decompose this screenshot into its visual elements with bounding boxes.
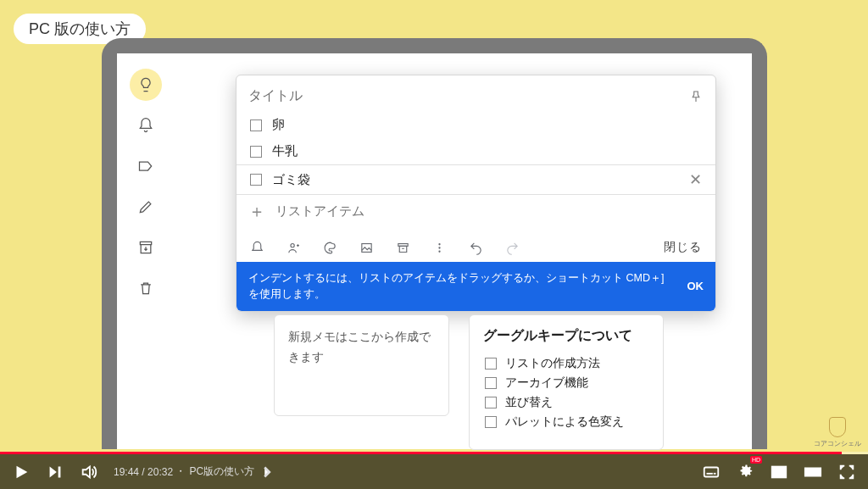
checkbox-icon[interactable] <box>250 174 262 186</box>
list-item: アーカイブ機能 <box>483 373 649 392</box>
bulb-icon <box>137 76 154 93</box>
note-card-title: グーグルキープについて <box>483 327 649 345</box>
subtitles-icon[interactable] <box>702 463 721 481</box>
svg-point-0 <box>291 243 294 247</box>
sidebar-trash[interactable] <box>130 272 162 304</box>
volume-icon[interactable] <box>80 463 98 481</box>
bell-icon <box>137 117 154 134</box>
note-toolbar: 閉じる <box>236 231 715 262</box>
list-item: パレットによる色変え <box>483 412 649 431</box>
fullscreen-icon[interactable] <box>837 463 856 481</box>
list-item: リストの作成方法 <box>483 353 649 373</box>
chevron-right-icon <box>258 463 276 481</box>
svg-point-4 <box>438 247 440 248</box>
palette-icon[interactable] <box>323 241 337 255</box>
add-item-label: リストアイテム <box>275 203 704 219</box>
gear-icon <box>736 461 754 480</box>
checkbox-icon[interactable] <box>250 119 262 131</box>
sidebar-archive[interactable] <box>130 231 162 264</box>
laptop-frame: タイトル 卵 牛乳 ゴミ袋 ✕ ＋ リストアイテム <box>102 38 767 449</box>
note-title-input[interactable]: タイトル <box>248 87 688 105</box>
svg-point-5 <box>438 250 440 252</box>
remove-item-icon[interactable]: ✕ <box>689 170 702 189</box>
hint-text: インデントするには、リストのアイテムをドラッグするか、ショートカット CMD＋]… <box>248 270 676 303</box>
reminder-icon[interactable] <box>250 241 264 255</box>
svg-rect-8 <box>714 472 716 474</box>
note-card[interactable]: グーグルキープについて リストの作成方法 アーカイブ機能 並び替え パレットによ… <box>469 314 664 450</box>
sidebar-notes[interactable] <box>130 69 162 101</box>
svg-rect-10 <box>779 472 784 476</box>
hint-banner: インデントするには、リストのアイテムをドラッグするか、ショートカット CMD＋]… <box>236 262 715 311</box>
sidebar-edit[interactable] <box>130 191 162 223</box>
tag-icon <box>137 158 154 175</box>
collaborator-icon[interactable] <box>287 241 301 255</box>
svg-rect-1 <box>362 243 371 252</box>
next-icon[interactable] <box>46 463 64 481</box>
list-item-text[interactable]: 牛乳 <box>272 143 704 159</box>
archive-action-icon[interactable] <box>396 241 410 255</box>
list-item[interactable]: ゴミ袋 ✕ <box>236 164 715 195</box>
note-editor: タイトル 卵 牛乳 ゴミ袋 ✕ ＋ リストアイテム <box>236 75 716 312</box>
image-icon[interactable] <box>359 241 374 255</box>
list-item-text[interactable]: ゴミ袋 <box>272 172 679 188</box>
miniplayer-icon[interactable] <box>770 463 788 481</box>
archive-icon <box>137 239 154 256</box>
pencil-icon <box>137 198 154 215</box>
list-item[interactable]: 牛乳 <box>236 138 715 164</box>
time-display: 19:44 / 20:32 ・ PC版の使い方 <box>114 463 276 481</box>
checkbox-icon <box>485 377 497 389</box>
checkbox-icon <box>485 397 497 408</box>
note-card[interactable]: 新規メモはここから作成できます <box>274 314 449 416</box>
keep-app: タイトル 卵 牛乳 ゴミ袋 ✕ ＋ リストアイテム <box>117 53 752 449</box>
close-button[interactable]: 閉じる <box>664 240 702 255</box>
trash-icon <box>137 280 154 297</box>
svg-rect-6 <box>704 467 719 476</box>
hd-badge: HD <box>750 456 762 464</box>
play-icon[interactable] <box>12 463 31 481</box>
plus-icon: ＋ <box>248 200 265 223</box>
redo-icon[interactable] <box>505 241 520 255</box>
list-item: 並び替え <box>483 392 649 412</box>
checkbox-icon <box>485 358 497 370</box>
player-controls: 19:44 / 20:32 ・ PC版の使い方 HD <box>0 454 868 489</box>
svg-rect-11 <box>805 468 821 475</box>
list-item[interactable]: 卵 <box>236 112 715 138</box>
checklist: 卵 牛乳 ゴミ袋 ✕ ＋ リストアイテム <box>236 108 715 231</box>
checkbox-icon[interactable] <box>250 146 262 158</box>
settings-button[interactable]: HD <box>736 461 754 483</box>
note-card-text: 新規メモはここから作成できます <box>288 327 435 368</box>
theater-icon[interactable] <box>804 463 822 481</box>
list-item-text[interactable]: 卵 <box>272 117 704 133</box>
hint-ok-button[interactable]: OK <box>687 280 704 292</box>
undo-icon[interactable] <box>469 241 483 255</box>
pin-icon[interactable] <box>688 89 704 104</box>
svg-rect-7 <box>707 472 713 474</box>
sidebar-labels[interactable] <box>130 150 162 182</box>
channel-watermark[interactable]: コアコンシェル <box>814 417 861 448</box>
sidebar <box>125 69 166 304</box>
more-icon[interactable] <box>432 241 447 255</box>
sidebar-reminders[interactable] <box>130 109 162 142</box>
svg-point-3 <box>438 243 440 245</box>
checkbox-icon <box>485 416 497 428</box>
add-list-item[interactable]: ＋ リストアイテム <box>236 195 715 228</box>
